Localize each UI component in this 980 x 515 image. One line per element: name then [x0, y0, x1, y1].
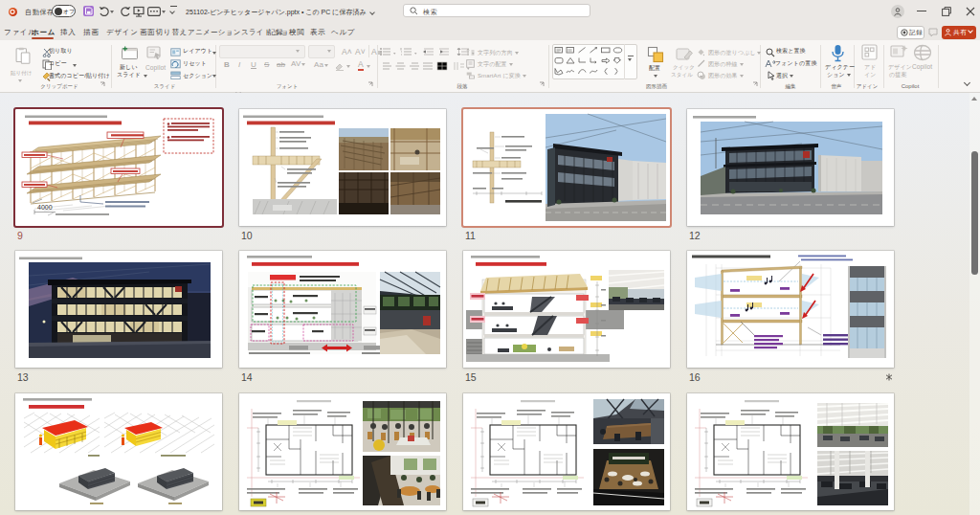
svg-text:4000: 4000 — [37, 204, 53, 211]
